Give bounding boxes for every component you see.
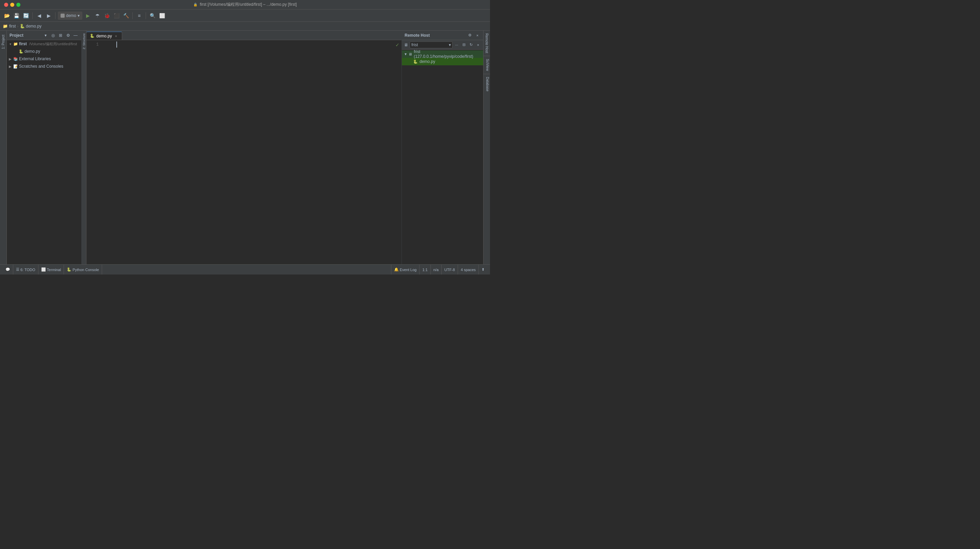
tree-scratches-label: Scratches and Consoles [19, 64, 63, 69]
status-event-log[interactable]: 🔔 Event Log [391, 265, 420, 275]
stop-button[interactable]: ⬛ [112, 11, 121, 20]
tab-python-icon: 🐍 [90, 34, 95, 38]
z-structure-strip[interactable]: Z: Structure [82, 31, 86, 264]
breadcrumb-file-label: demo.py [26, 24, 41, 29]
remote-server-icon: 🖥 [404, 43, 408, 47]
remote-settings-icon[interactable]: ⚙ [467, 32, 473, 38]
remote-panel-title: Remote Host [404, 33, 466, 38]
remote-server-tree-icon: 🖥 [408, 52, 412, 56]
text-cursor [116, 41, 117, 48]
open-button[interactable]: 📂 [3, 11, 11, 20]
tree-children-root: 🐍 demo.py [7, 48, 81, 55]
run-config-icon [60, 14, 65, 18]
python-console-label: Python Console [73, 268, 99, 272]
window-title: 🔒 first [/Volumes/编程用/untitled/first] – … [193, 2, 297, 8]
tree-arrow-ext-lib: ▶ [8, 57, 12, 61]
build-button[interactable]: 🔨 [122, 11, 130, 20]
scratches-icon: 📝 [13, 64, 18, 69]
main-layout: 1: Project Project ▾ ◎ ⊞ ⚙ — ▾ 📁 first /… [0, 31, 490, 264]
remote-file-tree-label: demo.py [420, 59, 435, 64]
sidebar-locate-icon[interactable]: ◎ [50, 32, 56, 38]
terminal-toolbar-button[interactable]: ⬜ [158, 11, 166, 20]
remote-server-selector[interactable]: frist ▾ [410, 41, 453, 48]
save-button[interactable]: 💾 [12, 11, 21, 20]
remote-tree-item-demopy[interactable]: 🐍 demo.py [402, 58, 483, 65]
lock-icon: 🔒 [193, 3, 197, 6]
indent-label: 4 spaces [461, 268, 476, 272]
tab-label: demo.py [96, 34, 112, 38]
code-area[interactable] [100, 40, 401, 264]
sidebar-split-icon[interactable]: ⊞ [57, 32, 64, 38]
status-item-python-console[interactable]: 🐍 Python Console [64, 265, 102, 275]
remote-server-label: frist [411, 43, 418, 47]
run-button[interactable]: ▶ [84, 11, 92, 20]
maximize-button[interactable] [16, 3, 21, 7]
sync-button[interactable]: 🔄 [22, 11, 30, 20]
remote-tree: ▾ 🖥 frist (127.0.0.1/home/pyvip/code/fir… [402, 50, 483, 264]
status-cursor-position[interactable]: 1:1 [419, 265, 430, 275]
status-encoding[interactable]: UTF-8 [441, 265, 458, 275]
editor-tab-demopy[interactable]: 🐍 demo.py × [86, 32, 122, 40]
run-config-selector[interactable]: demo ▾ [58, 11, 82, 20]
tree-root-sublabel: /Volumes/编程用/untitled/first [29, 41, 77, 47]
window-controls[interactable] [4, 3, 21, 7]
statusbar-right: 🔔 Event Log 1:1 n/a UTF-8 4 spaces ⬆ [391, 265, 487, 275]
remote-tree-arrow-server: ▾ [404, 52, 407, 57]
tree-arrow-root: ▾ [8, 42, 12, 46]
event-log-icon: 🔔 [394, 267, 399, 272]
tab-close-button[interactable]: × [114, 34, 118, 38]
database-strip-label[interactable]: Database [484, 74, 490, 94]
sidebar-dropdown-arrow[interactable]: ▾ [43, 32, 49, 38]
breadcrumb-file[interactable]: 🐍 demo.py [20, 24, 41, 29]
status-git-upload[interactable]: ⬆ [479, 265, 487, 275]
remote-tree-item-server[interactable]: ▾ 🖥 frist (127.0.0.1/home/pyvip/code/fir… [402, 50, 483, 58]
breadcrumb-folder-icon[interactable]: 📁 [3, 24, 8, 29]
project-panel-label[interactable]: 1: Project [1, 32, 6, 52]
remote-adjust-icon[interactable]: ⊟ [461, 42, 467, 48]
coverage-button[interactable]: ☂ [93, 11, 102, 20]
status-item-todo[interactable]: ☰ 6: TODO [13, 265, 38, 275]
toolbar-sep-4 [146, 12, 146, 19]
remote-host-strip-label[interactable]: Remote Host [484, 31, 489, 56]
z-structure-label[interactable]: Z: Structure [82, 31, 86, 52]
breadcrumb-project[interactable]: first [9, 24, 16, 29]
breadcrumb-project-label: first [9, 24, 16, 29]
sidebar-header: Project ▾ ◎ ⊞ ⚙ — [7, 31, 81, 40]
tree-item-demopy[interactable]: 🐍 demo.py [12, 48, 81, 55]
status-indent[interactable]: 4 spaces [458, 265, 479, 275]
editor-area: 🐍 demo.py × 1 ✓ [86, 31, 401, 264]
sidebar-settings-icon[interactable]: ⚙ [65, 32, 71, 38]
tree-item-scratches[interactable]: ▶ 📝 Scratches and Consoles [7, 63, 81, 70]
remote-close-button[interactable]: × [474, 32, 480, 38]
remote-server-tree-label: frist (127.0.0.1/home/pyvip/code/first) [414, 50, 480, 59]
remote-disconnect-button[interactable]: × [475, 42, 481, 48]
debug-button[interactable]: 🐞 [103, 11, 111, 20]
encoding-label: UTF-8 [444, 268, 455, 272]
remote-selector-arrow: ▾ [449, 43, 451, 47]
python-file-icon: 🐍 [20, 24, 25, 29]
project-panel-strip[interactable]: 1: Project [0, 31, 7, 264]
editor-content[interactable]: 1 ✓ [86, 40, 401, 264]
statusbar-left: 💬 ☰ 6: TODO ⬜ Terminal 🐍 Python Console [3, 265, 391, 275]
separator-label: n/a [434, 268, 439, 272]
more-button[interactable]: ≡ [135, 11, 143, 20]
scm-view-strip-label[interactable]: SciView [484, 56, 490, 73]
close-button[interactable] [4, 3, 8, 7]
remote-more-button[interactable]: ··· [453, 42, 460, 48]
remote-refresh-button[interactable]: ↻ [468, 42, 474, 48]
python-file-icon: 🐍 [19, 49, 24, 54]
tree-item-external-libraries[interactable]: ▶ 📚 External Libraries [7, 55, 81, 63]
folder-icon: 📁 [3, 24, 8, 29]
status-item-messages[interactable]: 💬 [3, 265, 13, 275]
terminal-icon: ⬜ [41, 267, 46, 272]
run-config-arrow: ▾ [78, 13, 80, 18]
tree-arrow-scratches: ▶ [8, 65, 12, 68]
search-button[interactable]: 🔍 [148, 11, 156, 20]
forward-button[interactable]: ▶ [45, 11, 53, 20]
sidebar-collapse-icon[interactable]: — [73, 32, 79, 38]
python-console-icon: 🐍 [67, 267, 72, 272]
tree-item-root[interactable]: ▾ 📁 first /Volumes/编程用/untitled/first [7, 40, 81, 48]
status-item-terminal[interactable]: ⬜ Terminal [38, 265, 64, 275]
back-button[interactable]: ◀ [35, 11, 43, 20]
minimize-button[interactable] [10, 3, 14, 7]
